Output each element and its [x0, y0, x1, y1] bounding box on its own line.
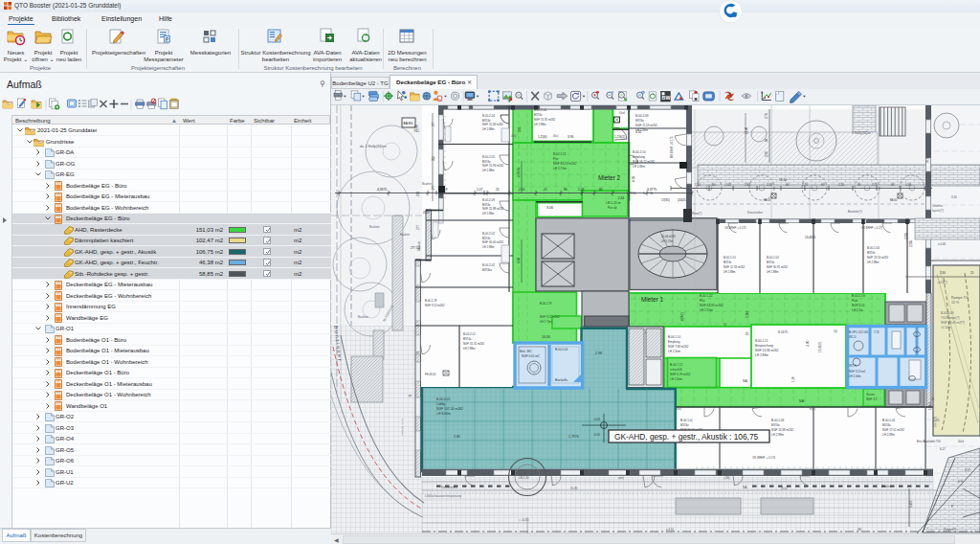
svg-text:16,41(6): 16,41(6): [818, 342, 822, 352]
svg-text:NGF 10.98 m262: NGF 10.98 m262: [771, 428, 793, 432]
svg-text:B.00.1.1G: B.00.1.1G: [852, 294, 866, 298]
svg-text:4,95: 4,95: [632, 176, 635, 182]
svg-text:LH 3.00m: LH 3.00m: [436, 412, 451, 416]
svg-text:2,20: 2,20: [872, 183, 878, 187]
svg-text:Baulinie: Baulinie: [358, 315, 368, 319]
svg-text:7.25: 7.25: [874, 330, 880, 334]
svg-text:-0.10: -0.10: [593, 433, 600, 437]
svg-text:NGF 30.00 m262: NGF 30.00 m262: [482, 240, 504, 244]
svg-text:B374ko: B374ko: [482, 268, 492, 272]
svg-text:LB 1.20: LB 1.20: [519, 476, 529, 480]
svg-text:L366schwassereinspeisung: L366schwassereinspeisung: [425, 494, 461, 498]
svg-text:B.00.1.01: B.00.1.01: [724, 256, 736, 260]
svg-text:Zufahrt(?): Zufahrt(?): [944, 528, 956, 532]
svg-text:NGF 84.23 m262: NGF 84.23 m262: [553, 162, 577, 166]
svg-text:B.00.2.09: B.00.2.09: [635, 114, 649, 118]
svg-text:26.04 m262: 26.04 m262: [661, 235, 676, 238]
svg-text:40x(: 40x(: [511, 134, 517, 138]
svg-text:Beumeler(?): Beumeler(?): [848, 210, 862, 214]
svg-text:LH 3.21m: LH 3.21m: [661, 239, 674, 243]
svg-text:40xd: 40xd: [619, 111, 625, 115]
svg-text:B.00.1.12: B.00.1.12: [670, 363, 683, 367]
svg-text:B.00.2.05: B.00.2.05: [482, 155, 495, 159]
svg-text:25: 25: [931, 397, 935, 401]
svg-text:0&RRHE +0.175: 0&RRHE +0.175: [401, 418, 404, 436]
svg-text:70: 70: [416, 351, 420, 354]
svg-text:277: 277: [432, 122, 435, 126]
svg-text:B374o: B374o: [482, 119, 491, 123]
svg-text:GK-AHD, gesp. + gestr., Akusti: GK-AHD, gesp. + gestr., Akustik : 106,75: [614, 432, 758, 442]
svg-text:2,60: 2,60: [745, 183, 750, 187]
svg-text:F: F: [951, 505, 953, 509]
svg-text:NGF 22.88 m262: NGF 22.88 m262: [482, 207, 504, 211]
svg-text:Baulinie: Baulinie: [422, 182, 432, 186]
svg-text:B374o: B374o: [463, 337, 472, 341]
svg-text:10: 10: [724, 323, 727, 327]
svg-text:1,216(1): 1,216(1): [614, 135, 625, 139]
svg-text:15 %: 15 %: [951, 301, 960, 305]
svg-text:BA 60: BA 60: [764, 198, 771, 202]
svg-text:Flur ab: Flur ab: [608, 206, 617, 210]
svg-text:B374o: B374o: [534, 113, 543, 117]
svg-text:B.00.1.10: B.00.1.10: [668, 335, 681, 339]
svg-text:≈(30): ≈(30): [724, 476, 730, 480]
svg-text:NGF 24.36 m262: NGF 24.36 m262: [755, 349, 779, 352]
svg-text:Lobby: Lobby: [436, 402, 446, 406]
svg-text:253: 253: [416, 192, 420, 196]
svg-text:hyzent(?): hyzent(?): [932, 209, 944, 213]
svg-text:NGF 17.01 m262: NGF 17.01 m262: [882, 428, 904, 432]
svg-text:277: 277: [432, 185, 435, 190]
svg-text:Unterfur-: Unterfur-: [932, 204, 944, 208]
svg-text:Kiesstreifen: Kiesstreifen: [747, 211, 763, 215]
svg-text:LH 2.50m: LH 2.50m: [668, 350, 681, 353]
svg-text:LH 2.00m: LH 2.00m: [849, 374, 861, 378]
svg-text:TG Rampe(?): TG Rampe(?): [941, 316, 959, 320]
svg-text:25: 25: [970, 271, 974, 275]
svg-text:Flur: Flur: [700, 299, 705, 303]
svg-text:P: P: [166, 36, 169, 42]
svg-text:36,l(n): 36,l(n): [925, 155, 929, 163]
svg-text:2,235: 2,235: [904, 233, 908, 239]
svg-text:277: 277: [416, 127, 420, 132]
svg-text:6,17: 6,17: [940, 447, 946, 451]
svg-text:Flur: Flur: [553, 157, 559, 161]
svg-text:BA EG: BA EG: [404, 122, 413, 125]
svg-text:LH 2.88m: LH 2.88m: [482, 127, 495, 131]
svg-text:NGF 3.55: NGF 3.55: [852, 304, 865, 307]
svg-text:NGF 6.79 m262: NGF 6.79 m262: [670, 373, 691, 376]
svg-text:5 90: 5 90: [631, 192, 636, 195]
svg-text:3,3775: 3,3775: [647, 188, 657, 192]
svg-text:B.00.0.04: B.00.0.04: [555, 348, 568, 351]
svg-text:da. 5 Stellp(34)tze: da. 5 Stellp(34)tze: [360, 145, 387, 148]
svg-text:Server: Server: [866, 393, 875, 397]
svg-text:1,57: 1,57: [477, 188, 483, 192]
svg-text:Mieter 1: Mieter 1: [641, 296, 664, 303]
svg-text:±-0.05: ±-0.05: [938, 242, 947, 246]
svg-text:40x(: 40x(: [553, 134, 559, 138]
svg-text:Ein-/Ausfahrt TG: Ein-/Ausfahrt TG: [917, 440, 941, 443]
svg-text:NGF 19.53 m262: NGF 19.53 m262: [867, 256, 889, 260]
svg-text:NGF 3.15 m2: NGF 3.15 m2: [849, 370, 866, 374]
svg-text:14,40: 14,40: [745, 127, 748, 134]
svg-text:WC H: WC H: [849, 364, 857, 368]
svg-text:NGF 7.69 m262: NGF 7.69 m262: [668, 345, 689, 349]
svg-text:LH 2.88m: LH 2.88m: [755, 353, 768, 357]
svg-text:3,465: 3,465: [909, 500, 913, 508]
svg-text:B374e: B374e: [767, 261, 775, 264]
svg-text:(M): (M): [858, 528, 861, 532]
svg-text:Besprechung: Besprechung: [755, 344, 773, 348]
svg-text:B.00.0.09: B.00.0.09: [941, 311, 954, 315]
svg-text:1,6875: 1,6875: [928, 401, 932, 410]
svg-text:60: 60: [821, 183, 825, 187]
svg-text:2,20: 2,20: [802, 183, 808, 187]
svg-text:B.00.1.22: B.00.1.22: [700, 294, 713, 298]
svg-text:25: 25: [544, 188, 547, 192]
svg-text:B374e: B374e: [724, 261, 732, 264]
svg-text:2,05: 2,05: [518, 126, 522, 132]
svg-text:6,03: 6,03: [517, 258, 521, 263]
svg-text:3.06: 3.06: [546, 206, 553, 210]
svg-text:90: 90: [650, 192, 654, 195]
svg-text:NGF 15.92 m262: NGF 15.92 m262: [534, 118, 556, 122]
svg-text:Mieter 2: Mieter 2: [598, 174, 621, 181]
svg-text:B374o: B374o: [482, 160, 491, 164]
